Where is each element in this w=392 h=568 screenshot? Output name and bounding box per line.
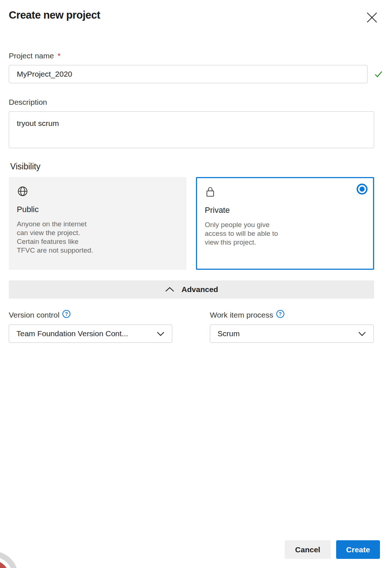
dialog-title: Create new project: [9, 9, 383, 21]
version-control-label: Version control: [9, 311, 59, 319]
description-input[interactable]: tryout scrum: [9, 111, 374, 148]
project-name-input[interactable]: [9, 65, 368, 83]
corner-widget-inner-ring: [0, 557, 13, 568]
advanced-toggle[interactable]: Advanced: [9, 280, 374, 299]
advanced-label: Advanced: [181, 285, 218, 294]
project-name-label-row: Project name*: [9, 51, 383, 60]
chevron-up-icon: [165, 287, 175, 292]
visibility-section: Visibility Public Anyone on the internet…: [9, 162, 383, 270]
corner-widget-red-circle: [0, 560, 9, 568]
version-control-value: Team Foundation Version Cont...: [16, 329, 128, 338]
version-control-help-icon[interactable]: ?: [62, 310, 70, 318]
dialog-header: Create new project: [9, 9, 383, 21]
work-item-process-label: Work item process: [210, 311, 273, 319]
work-item-process-field: Work item process ? Scrum: [210, 311, 374, 343]
visibility-option-public[interactable]: Public Anyone on the internet can view t…: [9, 177, 187, 270]
valid-check-icon: [374, 69, 383, 79]
visibility-option-private[interactable]: Private Only people you give access to w…: [196, 177, 374, 270]
private-option-title: Private: [205, 206, 365, 215]
corner-widget-outer-ring: [0, 551, 18, 568]
chevron-down-icon: [358, 331, 366, 336]
public-option-description: Anyone on the internet can view the proj…: [17, 220, 178, 255]
chevron-down-icon: [157, 331, 165, 336]
project-name-field: Project name*: [9, 51, 383, 83]
create-project-dialog: Create new project Project name*: [0, 0, 392, 568]
work-item-process-value: Scrum: [218, 329, 240, 338]
description-label: Description: [9, 98, 47, 107]
cancel-button[interactable]: Cancel: [285, 540, 331, 559]
advanced-fields: Version control ? Team Foundation Versio…: [9, 311, 383, 343]
lock-icon: [205, 186, 216, 198]
create-button[interactable]: Create: [336, 540, 380, 559]
description-field: Description tryout scrum: [9, 98, 383, 148]
project-name-label: Project name: [9, 51, 54, 60]
version-control-field: Version control ? Team Foundation Versio…: [9, 311, 172, 343]
version-control-dropdown[interactable]: Team Foundation Version Cont...: [9, 325, 172, 343]
close-button[interactable]: [365, 11, 378, 24]
required-asterisk: *: [58, 51, 61, 60]
dialog-footer: Cancel Create: [285, 540, 380, 559]
globe-icon: [17, 185, 28, 197]
close-icon: [366, 11, 378, 24]
public-option-title: Public: [17, 205, 178, 214]
visibility-heading: Visibility: [9, 162, 383, 172]
private-option-description: Only people you give access to will be a…: [205, 220, 365, 247]
work-item-process-help-icon[interactable]: ?: [276, 310, 284, 318]
private-radio-selected[interactable]: [357, 184, 368, 195]
work-item-process-dropdown[interactable]: Scrum: [210, 325, 374, 343]
